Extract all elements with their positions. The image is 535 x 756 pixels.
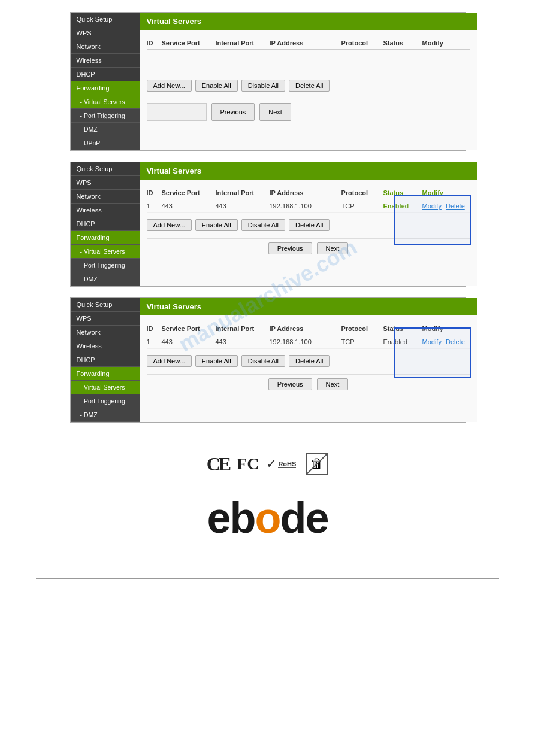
sidebar-2: Quick Setup WPS Network Wireless DHCP Fo…: [71, 162, 140, 286]
sidebar-2-virtual-servers[interactable]: - Virtual Servers: [71, 245, 140, 259]
sidebar-2-wps[interactable]: WPS: [71, 176, 140, 190]
sidebar-item-port-triggering[interactable]: - Port Triggering: [71, 109, 140, 123]
sidebar-item-dhcp[interactable]: DHCP: [71, 68, 140, 81]
sidebar-3-port-triggering[interactable]: - Port Triggering: [71, 394, 140, 408]
previous-button-1[interactable]: Previous: [211, 103, 255, 121]
router-panel-1: Quick Setup WPS Network Wireless DHCP Fo…: [70, 12, 466, 151]
th3-id: ID: [147, 325, 162, 332]
sidebar-3-forwarding[interactable]: Forwarding: [71, 367, 140, 381]
th2-svc: Service Port: [162, 189, 216, 196]
delete-all-button-3[interactable]: Delete All: [289, 355, 330, 367]
enable-all-button-3[interactable]: Enable All: [195, 355, 238, 367]
add-new-button-1[interactable]: Add New...: [147, 80, 192, 92]
page-input-1[interactable]: [147, 103, 207, 121]
sidebar-3-wps[interactable]: WPS: [71, 312, 140, 326]
sidebar-2-dhcp[interactable]: DHCP: [71, 217, 140, 231]
col-modify: Modify: [422, 40, 470, 47]
th3-svc: Service Port: [162, 325, 216, 332]
sidebar-item-virtual-servers[interactable]: - Virtual Servers: [71, 95, 140, 109]
add-new-button-3[interactable]: Add New...: [147, 355, 192, 367]
sidebar-1: Quick Setup WPS Network Wireless DHCP Fo…: [71, 13, 140, 150]
sidebar-item-forwarding[interactable]: Forwarding: [71, 81, 140, 95]
th3-int: Internal Port: [216, 325, 270, 332]
logos-section: CE FC ✓ RoHS 🗑 ebode: [36, 441, 499, 554]
sidebar-2-port-triggering[interactable]: - Port Triggering: [71, 259, 140, 272]
sidebar-item-dmz[interactable]: - DMZ: [71, 123, 140, 136]
table-header-1: ID Service Port Internal Port IP Address…: [147, 36, 470, 50]
content-body-1: ID Service Port Internal Port IP Address…: [140, 30, 477, 127]
panel-title-1: Virtual Servers: [140, 13, 477, 30]
sidebar-3-wireless[interactable]: Wireless: [71, 339, 140, 353]
sidebar-3-dhcp[interactable]: DHCP: [71, 353, 140, 367]
ebode-logo: ebode: [36, 493, 499, 542]
sidebar-2-network[interactable]: Network: [71, 190, 140, 204]
sidebar-item-quick-setup[interactable]: Quick Setup: [71, 13, 140, 26]
sidebar-item-wps[interactable]: WPS: [71, 26, 140, 40]
sidebar-2-quick-setup[interactable]: Quick Setup: [71, 162, 140, 176]
disable-all-button-3[interactable]: Disable All: [241, 355, 285, 367]
next-button-2[interactable]: Next: [317, 242, 349, 254]
col-int-port: Internal Port: [216, 40, 270, 47]
sidebar-item-wireless[interactable]: Wireless: [71, 54, 140, 68]
main-content-1: Virtual Servers ID Service Port Internal…: [140, 13, 477, 150]
cert-logos: CE FC ✓ RoHS 🗑: [36, 453, 499, 475]
th2-ip: IP Address: [270, 189, 341, 196]
col-svc-port: Service Port: [162, 40, 216, 47]
enable-all-button-2[interactable]: Enable All: [195, 219, 238, 231]
col-proto: Protocol: [341, 40, 383, 47]
panel-title-2: Virtual Servers: [140, 162, 477, 180]
sidebar-3-quick-setup[interactable]: Quick Setup: [71, 298, 140, 312]
next-button-3[interactable]: Next: [317, 378, 349, 390]
annotation-box-2: [394, 195, 471, 245]
col-ip: IP Address: [270, 40, 341, 47]
th2-int: Internal Port: [216, 189, 270, 196]
sidebar-item-network[interactable]: Network: [71, 40, 140, 54]
router-panel-3: Quick Setup WPS Network Wireless DHCP Fo…: [70, 297, 466, 423]
disable-all-button-2[interactable]: Disable All: [241, 219, 285, 231]
router-ui-1: Quick Setup WPS Network Wireless DHCP Fo…: [70, 12, 466, 151]
action-buttons-1: Add New... Enable All Disable All Delete…: [147, 80, 470, 92]
router-panel-2: Quick Setup WPS Network Wireless DHCP Fo…: [70, 162, 466, 287]
th3-ip: IP Address: [270, 325, 341, 332]
sidebar-3: Quick Setup WPS Network Wireless DHCP Fo…: [71, 298, 140, 422]
panel-title-3: Virtual Servers: [140, 298, 477, 315]
sidebar-3-virtual-servers[interactable]: - Virtual Servers: [71, 381, 140, 394]
sidebar-2-forwarding[interactable]: Forwarding: [71, 231, 140, 245]
col-status: Status: [383, 40, 422, 47]
th3-proto: Protocol: [341, 325, 383, 332]
previous-button-3[interactable]: Previous: [268, 378, 312, 390]
th2-id: ID: [147, 189, 162, 196]
fc-logo: FC: [237, 454, 259, 473]
ce-logo: CE: [207, 453, 229, 475]
sidebar-item-upnp[interactable]: - UPnP: [71, 136, 140, 150]
col-id: ID: [147, 40, 162, 47]
annotation-box-3: [394, 327, 471, 378]
bottom-divider: [36, 578, 499, 579]
rohs-logo: ✓ RoHS: [266, 456, 296, 472]
disable-all-button-1[interactable]: Disable All: [241, 80, 285, 92]
next-button-1[interactable]: Next: [259, 103, 291, 121]
ebode-suffix: de: [280, 493, 328, 542]
sidebar-2-wireless[interactable]: Wireless: [71, 204, 140, 217]
empty-rows-1: [147, 50, 470, 74]
th2-proto: Protocol: [341, 189, 383, 196]
enable-all-button-1[interactable]: Enable All: [195, 80, 238, 92]
weee-icon: 🗑: [306, 453, 328, 475]
sidebar-3-dmz[interactable]: - DMZ: [71, 408, 140, 422]
sidebar-2-dmz[interactable]: - DMZ: [71, 272, 140, 286]
ebode-prefix: eb: [207, 493, 255, 542]
ebode-o: o: [255, 493, 280, 542]
sidebar-3-network[interactable]: Network: [71, 326, 140, 339]
delete-all-button-2[interactable]: Delete All: [289, 219, 330, 231]
previous-button-2[interactable]: Previous: [268, 242, 312, 254]
add-new-button-2[interactable]: Add New...: [147, 219, 192, 231]
delete-all-button-1[interactable]: Delete All: [289, 80, 330, 92]
